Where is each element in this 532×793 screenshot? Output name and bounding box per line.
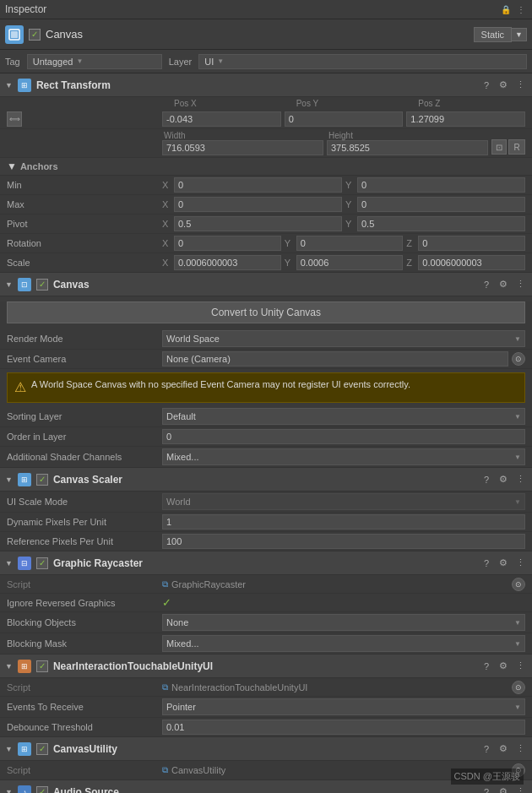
ref-px-field[interactable]: 100: [162, 534, 525, 549]
near-help-icon[interactable]: ?: [480, 661, 493, 671]
rect-help-icon[interactable]: ?: [480, 80, 493, 90]
rot-y-field[interactable]: 0: [296, 236, 404, 251]
width-field[interactable]: 716.0593: [162, 140, 323, 155]
scale-x-label: X: [162, 258, 172, 268]
dynamic-px-field[interactable]: 1: [162, 514, 525, 530]
canvas-utility-toggle[interactable]: ▼: [5, 745, 13, 753]
canvas-help-icon[interactable]: ?: [480, 280, 493, 290]
sorting-layer-dropdown[interactable]: Default ▼: [162, 408, 525, 425]
rotation-label: Rotation: [7, 238, 159, 248]
static-button-group[interactable]: Static ▼: [474, 27, 527, 42]
convert-button[interactable]: Convert to Unity Canvas: [7, 301, 525, 323]
raycaster-help-icon[interactable]: ?: [480, 558, 493, 568]
near-script-select-icon[interactable]: ⊙: [512, 681, 525, 694]
blocking-mask-dropdown[interactable]: Mixed... ▼: [162, 635, 525, 652]
tag-dropdown[interactable]: Untagged ▼: [27, 54, 162, 69]
ui-scale-dropdown[interactable]: World ▼: [162, 493, 525, 510]
near-script-value: NearInteractionTouchableUnityUI: [171, 682, 307, 693]
lock-icon[interactable]: 🔒: [500, 3, 512, 15]
pos-x-field[interactable]: -0.043: [162, 111, 281, 127]
near-script-field[interactable]: ⧉ NearInteractionTouchableUnityUI ⊙: [162, 681, 525, 694]
pos-z-field[interactable]: 1.27099: [406, 111, 525, 127]
anchors-sub-section: ▼ Anchors: [0, 158, 532, 176]
utility-help-icon[interactable]: ?: [480, 744, 493, 754]
raycaster-enabled-checkbox[interactable]: ✓: [36, 557, 48, 569]
height-field[interactable]: 375.8525: [327, 140, 488, 155]
layer-dropdown[interactable]: UI ▼: [198, 54, 527, 69]
pivot-xy: X 0.5 Y 0.5: [162, 216, 525, 231]
scale-x-field[interactable]: 0.0006000003: [174, 255, 281, 270]
anchors-min-row: Min X 0 Y 0: [0, 176, 532, 195]
near-settings-icon[interactable]: ⚙: [497, 660, 510, 671]
scaler-settings-icon[interactable]: ⚙: [497, 474, 510, 485]
rot-x-field[interactable]: 0: [174, 236, 281, 251]
object-enabled-checkbox[interactable]: ✓: [29, 29, 41, 41]
raycaster-menu-icon[interactable]: ⋮: [513, 557, 527, 568]
audio-menu-icon[interactable]: ⋮: [513, 786, 527, 793]
event-camera-label: Event Camera: [7, 354, 159, 364]
event-camera-select-icon[interactable]: ⊙: [512, 352, 525, 366]
rot-z-field[interactable]: 0: [418, 236, 525, 251]
anchors-toggle[interactable]: ▼: [7, 160, 17, 172]
near-interaction-enabled-checkbox[interactable]: ✓: [36, 660, 48, 672]
r-button[interactable]: R: [508, 139, 525, 155]
shader-channels-dropdown[interactable]: Mixed... ▼: [162, 448, 525, 465]
rect-settings-icon[interactable]: ⚙: [497, 79, 510, 90]
scaler-help-icon[interactable]: ?: [480, 475, 493, 485]
min-x-field[interactable]: 0: [174, 177, 342, 193]
raycaster-settings-icon[interactable]: ⚙: [497, 557, 510, 568]
events-to-receive-dropdown[interactable]: Pointer ▼: [162, 698, 525, 715]
event-camera-field[interactable]: None (Camera): [162, 351, 508, 367]
pivot-y-field[interactable]: 0.5: [357, 216, 525, 231]
min-y-field[interactable]: 0: [357, 177, 525, 193]
pos-y-field[interactable]: 0: [285, 111, 404, 127]
audio-source-toggle[interactable]: ▼: [5, 788, 13, 793]
resize-icon[interactable]: ⊡: [491, 139, 507, 155]
canvas-utility-title: CanvasUtility: [53, 743, 117, 755]
canvas-enabled-checkbox[interactable]: ✓: [36, 279, 48, 291]
utility-settings-icon[interactable]: ⚙: [497, 743, 510, 754]
rect-transform-title: Rect Transform: [36, 79, 111, 91]
pivot-x-field[interactable]: 0.5: [174, 216, 342, 231]
events-arrow-icon: ▼: [514, 703, 521, 711]
rect-transform-toggle[interactable]: ▼: [5, 81, 13, 90]
static-label[interactable]: Static: [474, 27, 513, 42]
pos-values-row: ⟺ -0.043 0 1.27099: [0, 110, 532, 129]
debounce-field[interactable]: 0.01: [162, 720, 525, 735]
shader-channels-value: Mixed...: [166, 452, 199, 462]
raycaster-script-field[interactable]: ⧉ GraphicRaycaster ⊙: [162, 578, 525, 591]
max-x-field[interactable]: 0: [174, 197, 342, 212]
order-in-layer-field[interactable]: 0: [162, 429, 525, 444]
scale-y-label: Y: [285, 258, 295, 268]
stretch-icon[interactable]: ⟺: [7, 111, 22, 127]
rect-menu-icon[interactable]: ⋮: [513, 79, 527, 90]
max-y-field[interactable]: 0: [357, 197, 525, 212]
canvas-settings-icon[interactable]: ⚙: [497, 279, 510, 290]
width-height-row: Width 716.0593 Height 375.8525 ⊡ R: [0, 129, 532, 158]
scaler-menu-icon[interactable]: ⋮: [513, 474, 527, 485]
order-in-layer-value: 0: [166, 432, 171, 442]
ignore-reversed-checkbox[interactable]: ✓: [162, 596, 171, 609]
utility-menu-icon[interactable]: ⋮: [513, 743, 527, 754]
canvas-menu-icon[interactable]: ⋮: [513, 279, 527, 290]
raycaster-script-value: GraphicRaycaster: [171, 579, 246, 589]
scale-y-field[interactable]: 0.0006: [296, 255, 404, 270]
canvas-scaler-toggle[interactable]: ▼: [5, 475, 13, 484]
canvas-toggle[interactable]: ▼: [5, 280, 13, 289]
canvas-scaler-enabled-checkbox[interactable]: ✓: [36, 474, 48, 486]
render-mode-dropdown[interactable]: World Space ▼: [162, 330, 525, 347]
audio-source-enabled-checkbox[interactable]: ✓: [36, 786, 48, 793]
blocking-objects-dropdown[interactable]: None ▼: [162, 614, 525, 631]
static-dropdown-arrow[interactable]: ▼: [512, 28, 527, 41]
near-menu-icon[interactable]: ⋮: [513, 660, 527, 671]
audio-help-icon[interactable]: ?: [480, 787, 493, 793]
canvas-utility-enabled-checkbox[interactable]: ✓: [36, 743, 48, 755]
menu-icon[interactable]: ⋮: [515, 3, 527, 15]
blocking-mask-row: Blocking Mask Mixed... ▼: [0, 633, 532, 654]
scale-z-field[interactable]: 0.0006000003: [418, 255, 525, 270]
raycaster-script-select-icon[interactable]: ⊙: [512, 578, 525, 591]
near-interaction-title: NearInteractionTouchableUnityUI: [53, 660, 213, 672]
near-interaction-toggle[interactable]: ▼: [5, 662, 13, 671]
audio-settings-icon[interactable]: ⚙: [497, 786, 510, 793]
raycaster-toggle[interactable]: ▼: [5, 559, 13, 568]
